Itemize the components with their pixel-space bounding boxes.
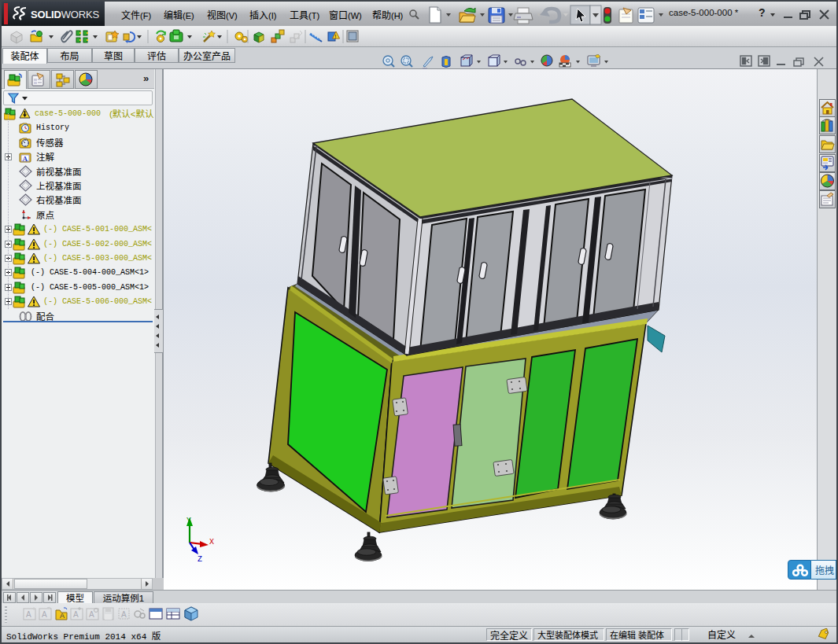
svg-text:A: A (73, 610, 79, 619)
svg-text:!: ! (335, 34, 337, 39)
svg-text:A: A (23, 155, 28, 163)
svg-text:A: A (26, 610, 31, 619)
svg-text:A: A (121, 610, 127, 619)
svg-text:A: A (89, 610, 94, 619)
svg-text:A: A (60, 612, 65, 620)
svg-text:A: A (42, 610, 47, 619)
